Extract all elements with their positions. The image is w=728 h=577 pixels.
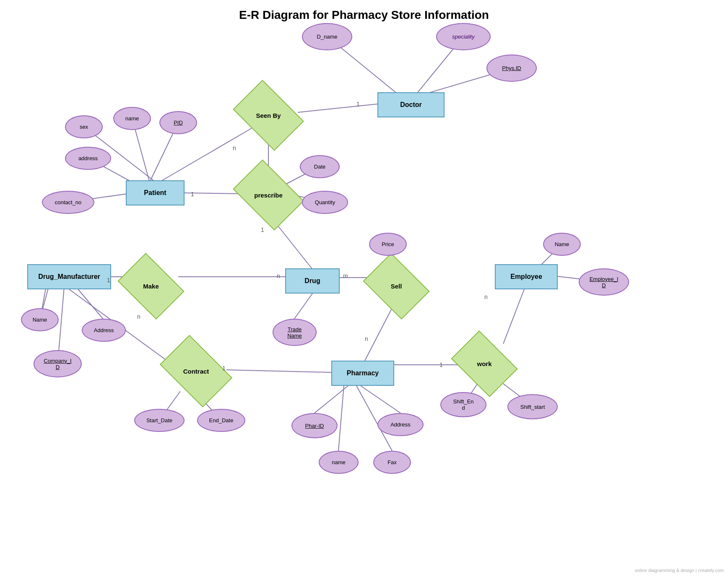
entity-doctor: Doctor <box>377 92 445 117</box>
label-1-prescribe-right: 1 <box>261 226 264 233</box>
relation-make: Make <box>124 266 178 306</box>
diagram-container: E-R Diagram for Pharmacy Store Informati… <box>0 0 728 577</box>
label-1-work-ph: 1 <box>439 361 443 368</box>
attr-end-date: End_Date <box>197 409 245 432</box>
entity-drug-label: Drug <box>304 277 320 285</box>
attr-fax: Fax <box>373 451 411 474</box>
relation-work-label: work <box>477 360 491 367</box>
relation-contract-label: Contract <box>183 368 209 375</box>
page-title: E-R Diagram for Pharmacy Store Informati… <box>0 0 728 22</box>
svg-line-29 <box>315 386 348 413</box>
entity-patient-label: Patient <box>144 189 166 197</box>
entity-drug-manufacturer: Drug_Manufacturer <box>27 264 111 289</box>
entity-drug-mfr-label: Drug_Manufacturer <box>38 273 100 281</box>
relation-sell: Sell <box>369 266 424 306</box>
attr-trade-name: TradeName <box>273 319 317 346</box>
label-1-seen: 1 <box>356 101 360 107</box>
attr-speciality: speciality <box>436 23 491 50</box>
entity-employee: Employee <box>495 264 558 289</box>
attr-name-patient: name <box>113 107 151 130</box>
attr-address-patient: address <box>65 147 111 170</box>
attr-start-date: Start_Date <box>134 409 185 432</box>
label-n-make-mfr2: n <box>137 313 140 320</box>
relation-seen-by-label: Seen By <box>256 112 281 119</box>
relation-make-label: Make <box>143 283 159 290</box>
attr-pid: PID <box>159 111 197 134</box>
label-1-prescribe-left: 1 <box>191 191 194 198</box>
label-n-sell-ph: n <box>365 335 368 342</box>
attr-phys-id: Phys.ID <box>486 55 537 82</box>
attr-phar-id: Phar-ID <box>291 413 338 438</box>
attr-contact-no: contact_no <box>42 191 94 214</box>
attr-d-name: D_name <box>302 23 352 50</box>
attr-name-employee: Name <box>543 233 581 256</box>
svg-line-3 <box>298 104 377 112</box>
attr-sex: sex <box>65 115 103 138</box>
attr-date: Date <box>300 155 340 178</box>
attr-shift-end: Shift_End <box>440 392 486 417</box>
label-n-seen: n <box>233 145 236 151</box>
relation-seen-by: Seen By <box>239 94 298 136</box>
relation-sell-label: Sell <box>391 283 402 290</box>
attr-name-mfr: Name <box>21 308 59 331</box>
svg-line-22 <box>58 277 65 361</box>
label-n-make-drug: n <box>277 273 280 279</box>
attr-address-mfr: Address <box>82 319 126 342</box>
entity-employee-label: Employee <box>510 273 542 281</box>
entity-patient: Patient <box>126 180 185 205</box>
label-1-contract: 1 <box>222 365 226 372</box>
attr-shift-start: Shift_start <box>507 394 558 419</box>
attr-company-id: Company_ID <box>34 350 82 377</box>
attr-price: Price <box>369 233 407 256</box>
svg-line-35 <box>503 289 524 344</box>
label-n-work-emp: n <box>484 294 488 300</box>
entity-pharmacy: Pharmacy <box>331 361 394 386</box>
attr-address-pharmacy: Address <box>377 413 424 436</box>
entity-doctor-label: Doctor <box>400 101 422 109</box>
relation-work: work <box>457 344 512 384</box>
entity-drug: Drug <box>285 268 340 294</box>
relation-prescribe-label: prescribe <box>254 192 283 199</box>
label-1-make-mfr: 1 <box>107 277 110 283</box>
svg-line-19 <box>294 294 312 319</box>
watermark: online diagramming & design | creately.c… <box>635 568 724 573</box>
relation-prescribe: prescribe <box>239 174 298 216</box>
attr-quantity: Quantity <box>302 191 348 214</box>
attr-employee-id: Employee_ID <box>579 268 629 296</box>
entity-pharmacy-label: Pharmacy <box>347 369 379 377</box>
svg-line-30 <box>361 386 400 413</box>
attr-name-pharmacy: name <box>319 451 359 474</box>
svg-line-31 <box>338 386 344 451</box>
relation-contract: Contract <box>166 350 226 392</box>
label-m-drug-sell: m <box>343 273 348 279</box>
svg-line-25 <box>226 370 331 372</box>
